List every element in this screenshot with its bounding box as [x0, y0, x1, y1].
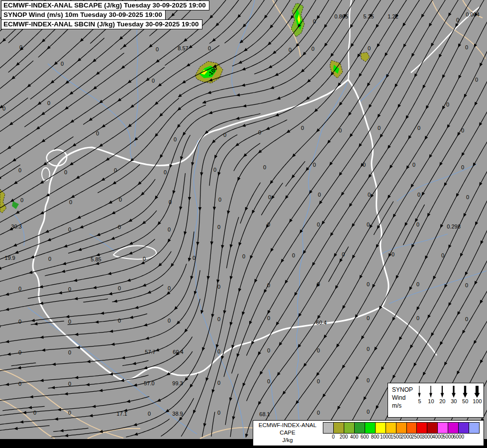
cape-tick-label: 6000 [453, 434, 464, 440]
title-line-wind: SYNOP Wind (m/s) 10m Tuesday 30-09-2025 … [1, 10, 166, 20]
wind-speed-key: 100 [473, 385, 482, 405]
wind-legend-subtitle: Wind [392, 394, 413, 402]
wind-arrow-icon [438, 385, 446, 398]
wind-arrow-icon [427, 385, 435, 398]
wind-arrow-icon [473, 385, 481, 398]
wind-speed-key: 20 [438, 385, 446, 405]
cape-tick-label: 2500 [411, 434, 422, 440]
wind-speed-label: 50 [462, 398, 468, 405]
wind-streamlines-canvas [0, 0, 487, 439]
wind-arrow-icon [461, 385, 469, 398]
cape-tick-labels: 0200400600800100015002000250030004000500… [323, 434, 480, 441]
cape-color-swatch [334, 423, 344, 433]
cape-tick-label: 600 [361, 434, 369, 440]
wind-legend-title: SYNOP [392, 386, 413, 394]
cape-color-swatch [448, 423, 459, 433]
cape-color-swatch [459, 423, 469, 433]
wind-speed-key: 5 [415, 385, 423, 405]
cape-tick-label: 5000 [443, 434, 454, 440]
cape-tick-label: 0 [332, 434, 335, 440]
title-box: ECMWF-INDEX-ANAL SBCAPE (J/kg) Tuesday 3… [1, 1, 209, 29]
wind-speed-key: 30 [450, 385, 458, 405]
wind-speed-key: 10 [427, 385, 435, 405]
cape-color-swatch [427, 423, 438, 433]
cape-color-swatch [407, 423, 417, 433]
wind-legend: SYNOP Wind m/s 510203050100 [388, 383, 484, 418]
wind-arrow-icon [415, 385, 423, 398]
wind-speed-label: 10 [428, 398, 434, 405]
wind-speed-label: 30 [451, 398, 457, 405]
title-line-sbcin: ECMWF-INDEX-ANAL SBCIN (J/kg) Tuesday 30… [1, 19, 202, 29]
cape-color-swatch [386, 423, 396, 433]
cape-color-swatch [344, 423, 355, 433]
cape-color-swatch [469, 423, 479, 433]
cape-legend: ECMWF-INDEX-ANAL CAPE J/kg 0200400600800… [253, 420, 484, 446]
cape-tick-label: 4000 [432, 434, 443, 440]
cape-color-swatch [323, 423, 334, 433]
cape-legend-parameter: CAPE [253, 429, 322, 437]
wind-legend-units: m/s [392, 402, 413, 410]
cape-tick-label: 400 [350, 434, 359, 440]
wind-speed-key: 50 [461, 385, 469, 405]
cape-tick-label: 2000 [401, 434, 412, 440]
wind-arrow-icon [450, 385, 458, 398]
weather-map-page: -100 00.8655.251.2200.0040008.5700000000… [0, 0, 487, 448]
cape-color-swatch [355, 423, 365, 433]
cape-color-swatch [365, 423, 376, 433]
cape-legend-scale: 0200400600800100015002000250030004000500… [322, 421, 484, 446]
cape-color-swatch [396, 423, 407, 433]
wind-speed-label: 20 [439, 398, 445, 405]
cape-tick-label: 3000 [422, 434, 433, 440]
wind-legend-labels: SYNOP Wind m/s [388, 383, 414, 417]
cape-tick-label: 1000 [380, 434, 391, 440]
wind-speed-label: 100 [473, 398, 482, 405]
cape-color-swatch [376, 423, 386, 433]
cape-color-strip [323, 422, 480, 434]
wind-speed-label: 5 [418, 398, 421, 405]
cape-tick-label: 1500 [390, 434, 401, 440]
cape-legend-units: J/kg [253, 437, 322, 444]
title-line-sbcape: ECMWF-INDEX-ANAL SBCAPE (J/kg) Tuesday 3… [1, 0, 209, 10]
cape-tick-label: 200 [340, 434, 348, 440]
wind-legend-scale: 510203050100 [414, 383, 484, 417]
cape-legend-labels: ECMWF-INDEX-ANAL CAPE J/kg [253, 421, 322, 446]
cape-legend-title: ECMWF-INDEX-ANAL [253, 422, 322, 429]
cape-color-swatch [438, 423, 448, 433]
cape-tick-label: 800 [371, 434, 380, 440]
cape-color-swatch [417, 423, 427, 433]
